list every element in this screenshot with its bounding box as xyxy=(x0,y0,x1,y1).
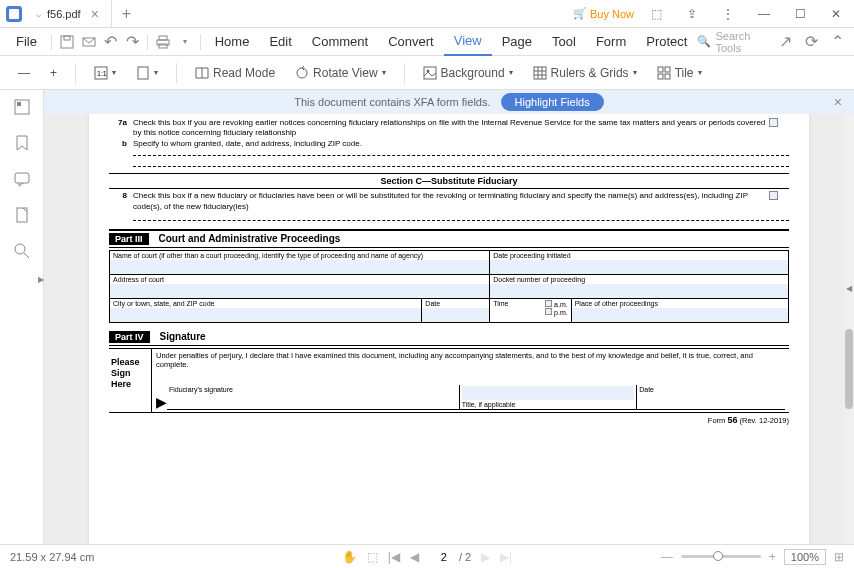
bookmark-icon[interactable] xyxy=(13,134,31,152)
comment-icon[interactable] xyxy=(13,170,31,188)
background-button[interactable]: Background▾ xyxy=(415,62,521,84)
tile-button[interactable]: Tile▾ xyxy=(649,62,710,84)
undo-icon[interactable]: ↶ xyxy=(100,32,122,51)
date-initiated-input[interactable] xyxy=(490,260,789,274)
form-footer: Form 56 (Rev. 12-2019) xyxy=(109,415,789,425)
title-input[interactable] xyxy=(462,386,635,400)
read-mode-button[interactable]: Read Mode xyxy=(187,62,283,84)
menu-view[interactable]: View xyxy=(444,28,492,56)
zoom-out-status[interactable]: — xyxy=(661,550,673,564)
minimize-button[interactable]: — xyxy=(750,0,778,28)
expand-icon[interactable]: ⌃ xyxy=(826,32,848,51)
svg-text:1:1: 1:1 xyxy=(97,70,107,77)
time-cell: Time a.m. p.m. xyxy=(490,298,571,322)
zoom-out-button[interactable]: — xyxy=(10,62,38,84)
search-sidebar-icon[interactable] xyxy=(13,242,31,260)
vertical-scrollbar[interactable] xyxy=(844,114,854,544)
fit-page-button[interactable]: 1:1▾ xyxy=(86,62,124,84)
next-page-button[interactable]: ▶ xyxy=(481,550,490,564)
search-tools[interactable]: 🔍 Search Tools xyxy=(697,30,771,54)
select-tool-icon[interactable]: ⬚ xyxy=(367,550,378,564)
banner-text: This document contains XFA form fields. xyxy=(294,96,490,108)
time-label: Time xyxy=(493,300,508,307)
row-number: 8 xyxy=(109,191,133,200)
close-window-button[interactable]: ✕ xyxy=(822,0,850,28)
file-menu[interactable]: File xyxy=(6,34,47,49)
title-if-label: Title, if applicable xyxy=(462,401,635,408)
address-input[interactable] xyxy=(110,284,490,298)
place-input[interactable] xyxy=(571,308,788,322)
menubar: File ↶ ↷ ▾ Home Edit Comment Convert Vie… xyxy=(0,28,854,56)
zoom-slider[interactable] xyxy=(681,555,761,558)
menu-protect[interactable]: Protect xyxy=(636,34,697,49)
print-icon[interactable] xyxy=(152,35,174,49)
more-menu[interactable]: ⋮ xyxy=(714,0,742,28)
solid-line xyxy=(109,188,789,189)
page-layout-button[interactable]: ▾ xyxy=(128,62,166,84)
maximize-button[interactable]: ☐ xyxy=(786,0,814,28)
docket-input[interactable] xyxy=(490,284,789,298)
footer-form: Form xyxy=(708,416,726,425)
page-number-input[interactable] xyxy=(429,551,459,563)
pm-checkbox[interactable] xyxy=(545,308,552,315)
zoom-in-button[interactable]: + xyxy=(42,62,65,84)
save-icon[interactable] xyxy=(56,35,78,49)
right-panel-expand[interactable]: ◀ xyxy=(846,284,852,293)
zoom-controls: — + 100% ⊞ xyxy=(661,549,844,565)
redo-icon[interactable]: ↷ xyxy=(121,32,143,51)
zoom-in-status[interactable]: + xyxy=(769,550,776,564)
app-icon[interactable] xyxy=(0,0,28,28)
banner-close-button[interactable]: × xyxy=(834,94,842,110)
rulers-grids-button[interactable]: Rulers & Grids▾ xyxy=(525,62,645,84)
svg-rect-21 xyxy=(658,74,663,79)
statusbar: 21.59 x 27.94 cm ✋ ⬚ |◀ ◀ / 2 ▶ ▶| — + 1… xyxy=(0,544,854,568)
menu-form[interactable]: Form xyxy=(586,34,636,49)
thumbnails-icon[interactable] xyxy=(13,98,31,116)
sync-icon[interactable]: ⟳ xyxy=(801,32,823,51)
highlight-fields-button[interactable]: Highlight Fields xyxy=(501,93,604,111)
share-icon[interactable]: ⇪ xyxy=(678,0,706,28)
pdf-page: 7a Check this box if you are revoking ea… xyxy=(89,114,809,544)
scrollbar-thumb[interactable] xyxy=(845,329,853,409)
checkbox-8[interactable] xyxy=(769,191,778,200)
mail-icon[interactable] xyxy=(78,35,100,49)
svg-rect-20 xyxy=(665,67,670,72)
hand-tool-icon[interactable]: ✋ xyxy=(342,550,357,564)
am-checkbox[interactable] xyxy=(545,300,552,307)
prev-page-button[interactable]: ◀ xyxy=(410,550,419,564)
attachment-icon[interactable] xyxy=(13,206,31,224)
open-external-icon[interactable]: ↗ xyxy=(775,32,797,51)
fit-screen-icon[interactable]: ⊞ xyxy=(834,550,844,564)
notification-icon[interactable]: ⬚ xyxy=(642,0,670,28)
menu-home[interactable]: Home xyxy=(205,34,260,49)
view-toolbar: — + 1:1▾ ▾ Read Mode Rotate View▾ Backgr… xyxy=(0,56,854,90)
name-court-label: Name of court (if other than a court pro… xyxy=(110,250,490,260)
rotate-view-button[interactable]: Rotate View▾ xyxy=(287,62,393,84)
svg-rect-2 xyxy=(61,36,73,48)
svg-rect-22 xyxy=(665,74,670,79)
checkbox-7a[interactable] xyxy=(769,118,778,127)
cart-icon: 🛒 xyxy=(573,7,587,20)
date-label: Date xyxy=(422,298,490,308)
tab-close-button[interactable]: × xyxy=(87,6,103,22)
menu-convert[interactable]: Convert xyxy=(378,34,444,49)
city-input[interactable] xyxy=(110,308,422,322)
zoom-percentage[interactable]: 100% xyxy=(784,549,826,565)
menu-edit[interactable]: Edit xyxy=(259,34,301,49)
name-court-input[interactable] xyxy=(110,260,490,274)
signature-section: Please Sign Here Under penalties of perj… xyxy=(109,348,789,412)
new-tab-button[interactable]: + xyxy=(112,5,141,23)
part-4-title: Signature xyxy=(160,331,206,342)
document-viewport[interactable]: 7a Check this box if you are revoking ea… xyxy=(44,114,854,544)
zoom-slider-thumb[interactable] xyxy=(713,551,723,561)
print-dropdown-icon[interactable]: ▾ xyxy=(174,37,196,46)
document-tab[interactable]: ⌵ f56.pdf × xyxy=(28,0,112,28)
svg-rect-1 xyxy=(9,9,19,19)
last-page-button[interactable]: ▶| xyxy=(500,550,512,564)
menu-comment[interactable]: Comment xyxy=(302,34,378,49)
menu-tool[interactable]: Tool xyxy=(542,34,586,49)
buy-now-link[interactable]: 🛒 Buy Now xyxy=(573,7,634,20)
date-input[interactable] xyxy=(422,308,490,322)
first-page-button[interactable]: |◀ xyxy=(388,550,400,564)
menu-page[interactable]: Page xyxy=(492,34,542,49)
